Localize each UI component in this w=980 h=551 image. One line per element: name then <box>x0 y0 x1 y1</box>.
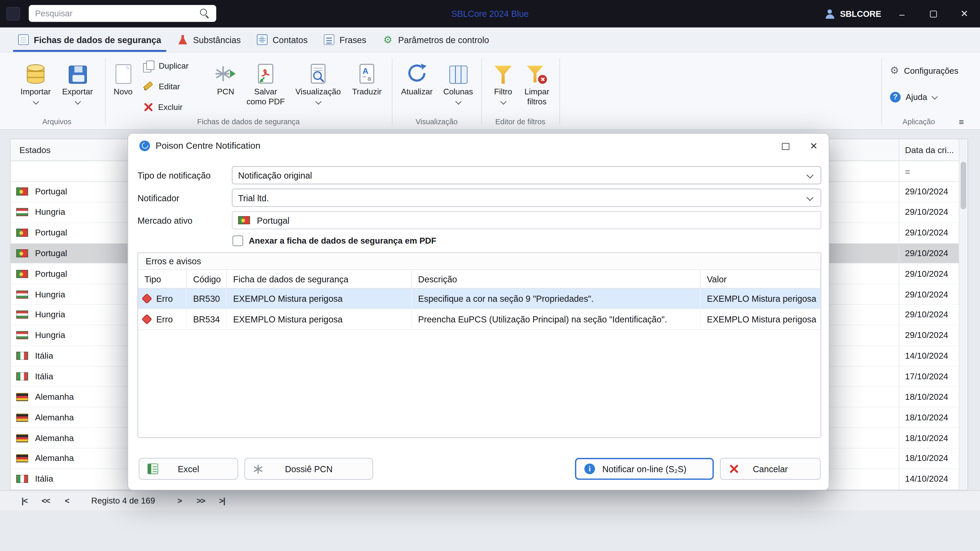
search-icon[interactable] <box>200 9 210 18</box>
importar-button[interactable]: Importar <box>16 55 55 118</box>
configuracoes-button[interactable]: ⚙ Configurações <box>890 62 958 79</box>
scrollbar-thumb[interactable] <box>961 162 966 209</box>
notificador-select[interactable]: Trial ltd. <box>232 189 821 207</box>
flag-it-icon <box>16 372 28 381</box>
ajuda-button[interactable]: Ajuda <box>890 89 937 105</box>
column-header-tipo[interactable]: Tipo <box>138 270 187 288</box>
visualizacao-button[interactable]: Visualização <box>292 55 345 118</box>
notificar-online-button[interactable]: Notificar on-line (S₂S) <box>575 458 714 480</box>
error-row[interactable]: ErroBR534EXEMPLO Mistura perigosaPreench… <box>138 309 821 330</box>
pcn-label: PCN <box>217 87 234 97</box>
column-header-codigo[interactable]: Código <box>187 270 227 288</box>
minimize-button[interactable]: – <box>886 0 918 27</box>
excluir-button[interactable]: Excluir <box>143 99 183 115</box>
svg-text:A: A <box>363 66 368 76</box>
duplicar-button[interactable]: Duplicar <box>143 57 189 74</box>
group-label-arquivos: Arquivos <box>10 118 103 126</box>
dossie-pcn-button[interactable]: Dossiê PCN <box>245 458 373 480</box>
filter-operator-button[interactable]: = <box>905 161 910 182</box>
chevron-down-icon <box>931 93 937 99</box>
chevron-down-icon <box>807 194 814 201</box>
creation-date-cell: 29/10/2024 <box>899 228 948 238</box>
titlebar: SBLCore 2024 Blue SBLCORE – ✕ <box>0 0 980 27</box>
error-sds-cell: EXEMPLO Mistura perigosa <box>227 289 412 308</box>
error-row[interactable]: ErroBR530EXEMPLO Mistura perigosaEspecif… <box>138 289 821 309</box>
country-label: Portugal <box>35 249 67 258</box>
creation-date-cell: 18/10/2024 <box>899 413 948 422</box>
exportar-button[interactable]: Exportar <box>58 55 97 118</box>
tab-frases[interactable]: Frases <box>316 27 374 52</box>
close-button[interactable]: ✕ <box>949 0 980 27</box>
column-header-valor[interactable]: Valor <box>700 270 821 288</box>
vertical-scrollbar[interactable] <box>959 139 967 490</box>
prev-page-button[interactable]: < <box>61 496 73 505</box>
mercado-ativo-field[interactable]: Portugal <box>232 211 821 229</box>
error-type-cell: Erro <box>138 289 187 308</box>
pcn-button[interactable]: PCN <box>209 55 242 118</box>
flag-pt-icon <box>16 270 28 278</box>
filtro-button[interactable]: Filtro <box>488 55 518 118</box>
maximize-icon <box>930 10 937 17</box>
excluir-label: Excluir <box>158 102 183 111</box>
copy-icon <box>143 60 154 71</box>
group-label-aplicacao: Aplicação <box>875 118 963 126</box>
dossie-label: Dossiê PCN <box>285 464 332 474</box>
country-label: Itália <box>35 474 53 484</box>
dialog-close-button[interactable]: ✕ <box>806 139 821 153</box>
country-label: Portugal <box>35 228 67 238</box>
last-page-button[interactable]: >| <box>216 496 228 505</box>
editar-button[interactable]: Editar <box>143 78 180 94</box>
salvar-como-pdf-button[interactable]: Salvar como PDF <box>245 55 287 118</box>
chevron-down-icon <box>455 98 461 105</box>
pcn-icon <box>215 55 236 84</box>
app-icon <box>6 7 20 21</box>
column-divider <box>899 139 899 490</box>
fast-next-button[interactable]: >> <box>195 496 206 505</box>
next-page-button[interactable]: > <box>174 496 185 505</box>
country-label: Portugal <box>35 187 67 197</box>
atualizar-button[interactable]: Atualizar <box>396 55 438 118</box>
traduzir-button[interactable]: A a Traduzir <box>347 55 387 118</box>
errors-groupbox-title: Erros e avisos <box>138 253 821 270</box>
gear-icon: ⚙ <box>890 65 899 76</box>
search-input[interactable] <box>29 9 200 18</box>
column-header-descricao[interactable]: Descrição <box>412 270 700 288</box>
creation-date-cell: 29/10/2024 <box>899 249 948 258</box>
tab-contatos[interactable]: Contatos <box>249 27 316 52</box>
tab-fichas-de-dados[interactable]: Fichas de dados de segurança <box>10 27 169 52</box>
tab-substancias[interactable]: Substâncias <box>169 27 249 52</box>
country-label: Alemanha <box>35 454 74 463</box>
account-menu[interactable]: SBLCORE <box>825 0 881 27</box>
attach-pdf-checkbox[interactable] <box>232 235 243 246</box>
new-document-icon <box>115 64 131 84</box>
column-header-ficha[interactable]: Ficha de dados de segurança <box>227 270 412 288</box>
cancelar-button[interactable]: Cancelar <box>720 458 821 480</box>
colunas-button[interactable]: Colunas <box>439 55 477 118</box>
translate-icon: A a <box>358 55 376 84</box>
limpar-filtros-button[interactable]: Limpar filtros <box>519 55 555 118</box>
novo-button[interactable]: Novo <box>107 55 138 118</box>
fast-prev-button[interactable]: << <box>40 496 51 505</box>
novo-label: Novo <box>114 87 132 97</box>
first-page-button[interactable]: |< <box>19 496 30 505</box>
flag-hu-icon <box>16 290 28 299</box>
excel-button[interactable]: Excel <box>139 458 238 480</box>
tipo-notificacao-select[interactable]: Notificação original <box>232 166 821 184</box>
divider <box>481 59 482 124</box>
flag-it-icon <box>16 352 28 360</box>
column-header-data-criacao[interactable]: Data da cri... <box>899 145 954 155</box>
maximize-button[interactable] <box>918 0 948 27</box>
error-diamond-icon <box>142 293 152 304</box>
mercado-ativo-label: Mercado ativo <box>138 211 192 229</box>
attach-pdf-row: Anexar a ficha de dados de segurança em … <box>232 233 436 248</box>
pagination-bar: |< << < Registo 4 de 169 > >> >| <box>0 490 980 510</box>
tab-parametros[interactable]: ⚙ Parâmetros de controlo <box>374 27 497 52</box>
duplicar-label: Duplicar <box>159 61 189 70</box>
chevron-down-icon <box>32 98 38 105</box>
dialog-maximize-button[interactable] <box>779 140 792 152</box>
creation-date-cell: 14/10/2024 <box>899 351 948 361</box>
creation-date-cell: 29/10/2024 <box>899 330 948 340</box>
salvar-pdf-label: Salvar como PDF <box>245 87 287 107</box>
maximize-icon <box>782 143 789 150</box>
tab-label: Parâmetros de controlo <box>398 35 489 44</box>
